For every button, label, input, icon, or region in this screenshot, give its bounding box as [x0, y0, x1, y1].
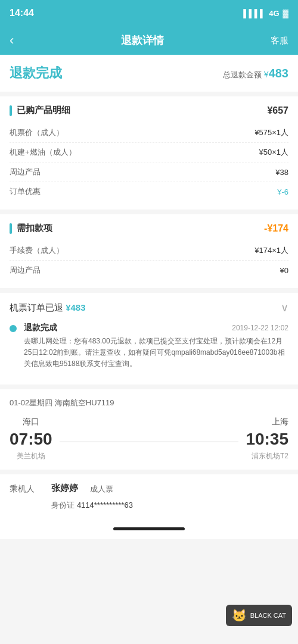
deduct-total: -¥174: [264, 223, 288, 234]
departure-airport: 美兰机场: [10, 451, 52, 461]
refund-total-label: 总退款金额: [223, 70, 262, 79]
purchase-item-0: 机票价（成人） ¥575×1人: [10, 123, 288, 143]
arrival-city: 上海 10:35 浦东机场T2: [246, 417, 288, 461]
timeline-dot: [10, 325, 17, 332]
status-bar: 14:44 ▌▌▌▌ 4G ▓: [0, 0, 298, 26]
back-button[interactable]: ‹: [10, 33, 14, 48]
item-label-3: 订单优惠: [10, 186, 41, 197]
passenger-row: 乘机人 张婷婷 成人票 身份证 4114**********63: [10, 483, 288, 511]
nav-title: 退款详情: [121, 33, 164, 48]
arrival-city-name: 上海: [246, 417, 288, 427]
ticket-order-title: 机票订单已退 ¥483: [10, 302, 86, 314]
purchase-item-3: 订单优惠 ¥-6: [10, 182, 288, 201]
refund-status-title: 退款完成: [10, 64, 62, 82]
home-indicator: [113, 527, 185, 530]
passenger-label: 乘机人: [10, 483, 39, 495]
arrival-airport: 浦东机场T2: [246, 451, 288, 461]
battery-icon: ▓: [283, 9, 288, 18]
deduct-item-0: 手续费（成人） ¥174×1人: [10, 241, 288, 261]
purchase-card: 已购产品明细 ¥657 机票价（成人） ¥575×1人 机建+燃油（成人） ¥5…: [0, 96, 298, 210]
refund-currency: ¥: [264, 70, 269, 79]
network-icon: 4G: [269, 9, 279, 18]
item-label-2: 周边产品: [10, 167, 41, 177]
bottom-bar: [0, 519, 298, 539]
purchase-items: 机票价（成人） ¥575×1人 机建+燃油（成人） ¥50×1人 周边产品 ¥3…: [10, 123, 288, 201]
refund-amount: 483: [269, 67, 288, 80]
timeline: 退款完成 2019-12-22 12:02 去哪儿网处理：您有483.00元退款…: [10, 323, 288, 370]
deduct-section-header: 需扣款项 -¥174: [10, 223, 288, 234]
passenger-name: 张婷婷: [51, 483, 78, 494]
refund-header: 退款完成 总退款金额 ¥483: [0, 55, 298, 92]
purchase-item-1: 机建+燃油（成人） ¥50×1人: [10, 143, 288, 162]
ticket-order-section: 机票订单已退 ¥483 ∨ 退款完成 2019-12-22 12:02 去哪儿网…: [0, 293, 298, 384]
item-label-1: 机建+燃油（成人）: [10, 147, 76, 158]
passenger-id-label: 身份证: [51, 501, 74, 509]
nav-bar: ‹ 退款详情 客服: [0, 26, 298, 55]
purchase-title: 已购产品明细: [10, 105, 70, 116]
deduct-label-0: 手续费（成人）: [10, 245, 64, 256]
watermark-text: BLACK CAT: [250, 612, 286, 619]
purchase-item-2: 周边产品 ¥38: [10, 162, 288, 182]
passenger-card: 乘机人 张婷婷 成人票 身份证 4114**********63: [0, 474, 298, 519]
flight-meta: 01-02星期四 海南航空HU7119: [10, 398, 288, 408]
deduct-value-1: ¥0: [280, 266, 288, 275]
chevron-down-icon: ∨: [281, 301, 288, 314]
deduct-label-1: 周边产品: [10, 265, 41, 276]
flight-line: [60, 442, 239, 442]
item-value-2: ¥38: [275, 168, 288, 177]
departure-city-name: 海口: [10, 417, 52, 427]
deduct-card: 需扣款项 -¥174 手续费（成人） ¥174×1人 周边产品 ¥0: [0, 214, 298, 288]
timeline-header: 退款完成 2019-12-22 12:02: [24, 323, 288, 333]
signal-icon: ▌▌▌▌: [243, 9, 265, 18]
flight-card: 01-02星期四 海南航空HU7119 海口 07:50 美兰机场 上海 10:…: [0, 389, 298, 470]
timeline-item-0: 退款完成 2019-12-22 12:02 去哪儿网处理：您有483.00元退款…: [10, 323, 288, 370]
passenger-id-row: 身份证 4114**********63: [51, 500, 288, 511]
departure-time: 07:50: [10, 430, 52, 449]
item-label-0: 机票价（成人）: [10, 127, 64, 138]
cat-icon: 🐱: [232, 608, 247, 623]
status-time: 14:44: [10, 8, 34, 18]
service-button[interactable]: 客服: [271, 35, 288, 46]
timeline-status: 退款完成: [24, 323, 57, 333]
status-icons: ▌▌▌▌ 4G ▓: [243, 9, 288, 18]
timeline-desc: 去哪儿网处理：您有483.00元退款，款项已提交至支付宝处理，预计款项会在12月…: [24, 336, 288, 370]
deduct-item-1: 周边产品 ¥0: [10, 261, 288, 280]
purchase-section-header: 已购产品明细 ¥657: [10, 105, 288, 116]
refund-total: 总退款金额 ¥483: [223, 67, 288, 80]
deduct-value-0: ¥174×1人: [254, 245, 288, 256]
flight-route: 海口 07:50 美兰机场 上海 10:35 浦东机场T2: [10, 417, 288, 461]
purchase-total: ¥657: [267, 105, 288, 116]
arrival-time: 10:35: [246, 430, 288, 449]
ticket-order-header[interactable]: 机票订单已退 ¥483 ∨: [10, 301, 288, 314]
passenger-ticket-type: 成人票: [90, 484, 113, 495]
item-value-0: ¥575×1人: [254, 127, 288, 138]
timeline-content: 退款完成 2019-12-22 12:02 去哪儿网处理：您有483.00元退款…: [24, 323, 288, 370]
deduct-title: 需扣款项: [10, 223, 52, 234]
item-value-3: ¥-6: [277, 187, 288, 196]
watermark: 🐱 BLACK CAT: [226, 605, 292, 626]
passenger-id-value: 4114**********63: [77, 501, 133, 509]
passenger-info: 张婷婷 成人票 身份证 4114**********63: [51, 483, 288, 511]
timeline-time: 2019-12-22 12:02: [232, 324, 288, 332]
item-value-1: ¥50×1人: [259, 147, 288, 158]
deduct-items: 手续费（成人） ¥174×1人 周边产品 ¥0: [10, 241, 288, 280]
departure-city: 海口 07:50 美兰机场: [10, 417, 52, 461]
